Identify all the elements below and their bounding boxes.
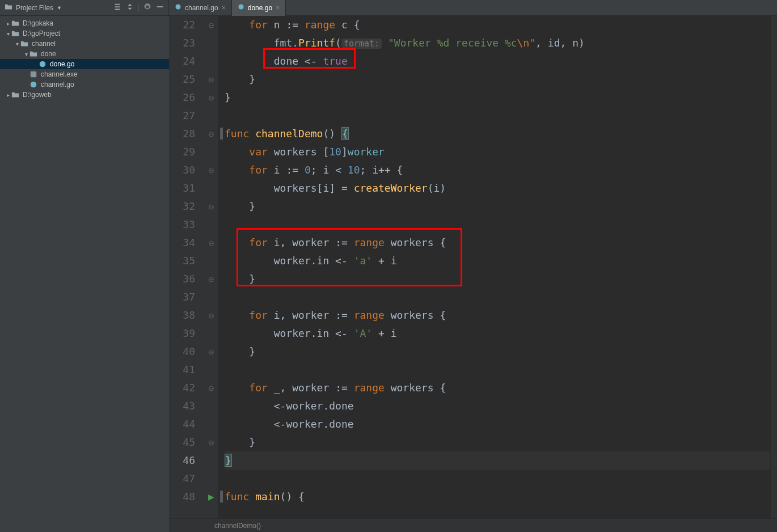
fold-icon[interactable]: ⊖ <box>208 75 214 84</box>
code-line[interactable]: worker.in <- 'A' + i <box>225 324 770 343</box>
tree-item[interactable]: channel <box>0 39 169 49</box>
code-line[interactable]: workers[i] = createWorker(i) <box>225 179 770 197</box>
editor-body[interactable]: 2223242526272829303132333435363738394041… <box>169 16 777 518</box>
project-sidebar[interactable]: D:\gokakaD:\goProjectchanneldone▸done.go… <box>0 16 169 532</box>
tree-item[interactable]: ▸channel.go <box>0 79 169 90</box>
breadcrumb-bar[interactable]: channelDemo() <box>169 518 777 532</box>
line-number[interactable]: 43 <box>169 397 195 415</box>
tree-arrow-icon[interactable] <box>5 20 11 27</box>
expand-icon[interactable] <box>126 3 134 13</box>
line-number[interactable]: 41 <box>169 361 195 379</box>
fold-icon[interactable]: ⊖ <box>208 21 214 29</box>
line-number[interactable]: 23 <box>169 34 195 52</box>
fold-icon[interactable]: ⊖ <box>208 166 214 175</box>
line-number[interactable]: 28 <box>169 125 195 143</box>
tree-arrow-icon[interactable] <box>23 51 29 57</box>
line-number[interactable]: 45 <box>169 433 195 451</box>
code-line[interactable]: var workers [10]worker <box>225 143 770 161</box>
gutter-icon-cell: ▶ <box>204 488 218 506</box>
project-title[interactable]: Project Files ▼ <box>5 3 62 12</box>
tree-item[interactable]: ▸done.go <box>0 59 169 69</box>
fold-icon[interactable]: ⊖ <box>208 384 214 392</box>
line-number[interactable]: 25 <box>169 70 195 88</box>
line-number[interactable]: 26 <box>169 88 195 107</box>
tree-item[interactable]: D:\gokaka <box>0 18 169 28</box>
tree-arrow-icon[interactable] <box>14 41 20 47</box>
code-line[interactable]: } <box>225 433 770 451</box>
code-line[interactable]: func main() { <box>225 488 770 506</box>
run-icon[interactable]: ▶ <box>208 492 214 501</box>
line-number[interactable]: 22 <box>169 16 195 34</box>
code-line[interactable]: <-worker.done <box>225 415 770 433</box>
icon-gutter[interactable]: ⊖⊖⊖⊖⊖⊖⊖⊖⊖⊖⊖⊖▶ <box>204 16 218 518</box>
fold-icon[interactable]: ⊖ <box>208 311 214 320</box>
code-line[interactable] <box>225 107 770 125</box>
tree-arrow-icon[interactable] <box>5 31 11 37</box>
line-number[interactable]: 48 <box>169 488 195 506</box>
code-line[interactable]: } <box>225 197 770 216</box>
code-line[interactable]: } <box>225 343 770 361</box>
code-area[interactable]: for n := range c { fmt.Printf(format: "W… <box>218 16 770 518</box>
code-line[interactable]: for i, worker := range workers { <box>225 306 770 324</box>
fold-icon[interactable]: ⊖ <box>208 130 214 138</box>
fold-icon[interactable]: ⊖ <box>208 94 214 102</box>
gutter-icon-cell: ⊖ <box>204 197 218 216</box>
fold-icon[interactable]: ⊖ <box>208 438 214 447</box>
line-number[interactable]: 36 <box>169 270 195 288</box>
line-number[interactable]: 27 <box>169 107 195 125</box>
tab-channel-go[interactable]: channel.go× <box>169 0 232 16</box>
tree-arrow-icon[interactable] <box>5 92 11 98</box>
editor-right-gutter[interactable] <box>770 16 777 518</box>
line-number[interactable]: 39 <box>169 324 195 343</box>
line-number[interactable]: 33 <box>169 216 195 234</box>
ide-root: Project Files ▼ channel.go×done.go× D:\g… <box>0 0 777 532</box>
line-number[interactable]: 46 <box>169 451 195 470</box>
gear-icon[interactable] <box>143 3 151 13</box>
code-line[interactable]: } <box>225 88 770 107</box>
line-number[interactable]: 44 <box>169 415 195 433</box>
fold-icon[interactable]: ⊖ <box>208 348 214 356</box>
line-number[interactable]: 42 <box>169 379 195 397</box>
collapse-icon[interactable] <box>113 3 121 13</box>
line-number-gutter[interactable]: 2223242526272829303132333435363738394041… <box>169 16 204 518</box>
code-line[interactable]: done <- true <box>225 52 770 70</box>
code-line[interactable] <box>225 216 770 234</box>
code-line[interactable]: fmt.Printf(format: "Worker %d receive %c… <box>225 34 770 52</box>
code-line[interactable]: for _, worker := range workers { <box>225 379 770 397</box>
code-line[interactable]: for n := range c { <box>225 16 770 34</box>
fold-icon[interactable]: ⊖ <box>208 275 214 284</box>
line-number[interactable]: 38 <box>169 306 195 324</box>
tree-item[interactable]: D:\goweb <box>0 90 169 100</box>
tree-item[interactable]: done <box>0 49 169 59</box>
code-line[interactable]: } <box>225 270 770 288</box>
breadcrumb-item[interactable]: channelDemo() <box>214 522 261 530</box>
line-number[interactable]: 30 <box>169 161 195 179</box>
fold-icon[interactable]: ⊖ <box>208 202 214 211</box>
line-number[interactable]: 47 <box>169 470 195 488</box>
code-line[interactable]: } <box>225 70 770 88</box>
code-line[interactable] <box>225 470 770 488</box>
close-icon[interactable]: × <box>276 4 280 12</box>
line-number[interactable]: 32 <box>169 197 195 216</box>
line-number[interactable]: 35 <box>169 252 195 270</box>
hide-icon[interactable] <box>156 3 164 13</box>
line-number[interactable]: 37 <box>169 288 195 306</box>
tree-item[interactable]: ▸channel.exe <box>0 69 169 79</box>
close-icon[interactable]: × <box>222 4 226 12</box>
line-number[interactable]: 31 <box>169 179 195 197</box>
code-line[interactable] <box>225 288 770 306</box>
line-number[interactable]: 40 <box>169 343 195 361</box>
code-line[interactable]: func channelDemo() { <box>225 125 770 143</box>
fold-icon[interactable]: ⊖ <box>208 239 214 247</box>
code-line[interactable]: <-worker.done <box>225 397 770 415</box>
code-line[interactable]: for i, worker := range workers { <box>225 234 770 252</box>
code-line[interactable]: } <box>225 451 770 470</box>
line-number[interactable]: 29 <box>169 143 195 161</box>
code-line[interactable] <box>225 361 770 379</box>
tree-item[interactable]: D:\goProject <box>0 28 169 39</box>
line-number[interactable]: 34 <box>169 234 195 252</box>
line-number[interactable]: 24 <box>169 52 195 70</box>
code-line[interactable]: worker.in <- 'a' + i <box>225 252 770 270</box>
code-line[interactable]: for i := 0; i < 10; i++ { <box>225 161 770 179</box>
tab-done-go[interactable]: done.go× <box>232 0 286 16</box>
